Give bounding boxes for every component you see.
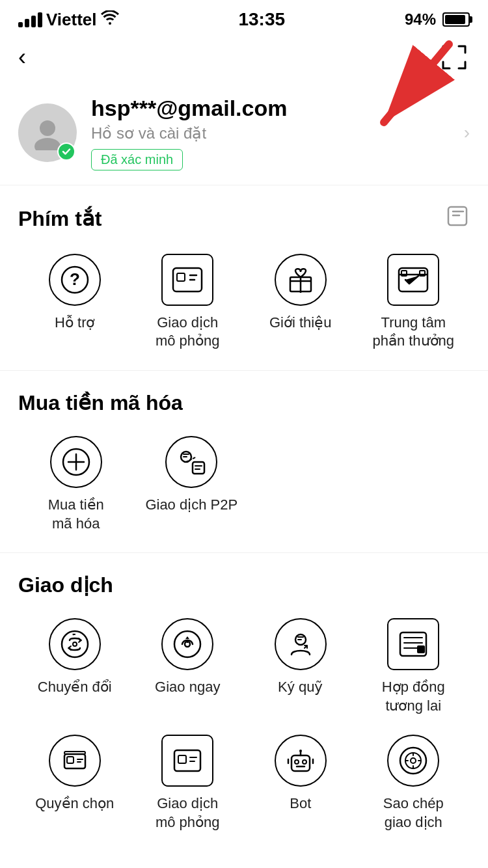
futures-label: Hợp đồngtương lai — [382, 678, 445, 715]
copytrade-label: Sao chépgiao dịch — [383, 794, 444, 832]
back-button[interactable]: ‹ — [18, 44, 26, 71]
simulation-icon — [161, 254, 213, 306]
gift-icon — [275, 254, 327, 306]
buy-crypto-title: Mua tiền mã hóa — [18, 390, 183, 415]
svg-text:?: ? — [70, 269, 80, 289]
svg-rect-21 — [417, 645, 425, 653]
svg-rect-14 — [193, 462, 204, 474]
trading-item-convert[interactable]: Chuyển đổi — [18, 612, 131, 728]
p2p-item[interactable]: Giao dịch P2P — [134, 429, 250, 546]
trading-item-margin[interactable]: Ký quỹ — [244, 612, 357, 728]
profile-chevron-icon: › — [464, 122, 470, 143]
buy-icon — [50, 436, 102, 488]
nav-bar: ‹ — [0, 35, 488, 83]
battery-icon — [442, 12, 470, 27]
avatar — [18, 103, 77, 162]
simulation2-icon — [161, 735, 213, 787]
support-label: Hỗ trợ — [55, 314, 94, 332]
convert-icon — [49, 618, 101, 670]
futures-icon — [387, 618, 439, 670]
trading-title: Giao dịch — [18, 573, 113, 597]
trading-item-simulation2[interactable]: Giao dịchmô phỏng — [131, 728, 245, 845]
buy-crypto-label: Mua tiềnmã hóa — [48, 496, 104, 533]
margin-label: Ký quỹ — [278, 678, 323, 697]
options-label: Quyền chọn — [35, 794, 114, 813]
wifi-icon — [101, 10, 119, 29]
verified-icon — [57, 142, 75, 161]
referral-label: Giới thiệu — [269, 314, 331, 332]
rewards-icon — [387, 254, 439, 306]
trading-row1: Chuyển đổi Giao ngay — [18, 612, 470, 728]
profile-info: hsp***@gmail.com Hồ sơ và cài đặt Đã xác… — [91, 95, 464, 170]
bot-icon — [275, 735, 327, 787]
svg-point-31 — [400, 748, 426, 774]
shortcut-item-referral[interactable]: Giới thiệu — [244, 247, 357, 364]
status-bar: Viettel 13:35 94% — [0, 0, 488, 35]
svg-rect-24 — [64, 752, 85, 754]
trading-section: Giao dịch Chuyển đổi — [0, 553, 488, 851]
svg-rect-27 — [291, 755, 310, 771]
status-time: 13:35 — [238, 9, 285, 30]
svg-point-30 — [299, 750, 302, 752]
shortcuts-grid: ? Hỗ trợ Giao dịchmô phỏng — [18, 247, 470, 364]
battery-percent: 94% — [405, 10, 436, 29]
trading-item-futures[interactable]: Hợp đồngtương lai — [357, 612, 470, 728]
svg-point-17 — [174, 631, 200, 657]
simulation-label: Giao dịchmô phỏng — [156, 314, 220, 351]
verified-badge: Đã xác minh — [91, 149, 183, 170]
convert-label: Chuyển đổi — [38, 678, 112, 697]
bot-label: Bot — [290, 794, 311, 813]
shortcut-item-rewards[interactable]: Trung tâmphần thưởng — [357, 247, 470, 364]
spot-icon — [161, 618, 213, 670]
trading-item-spot[interactable]: Giao ngay — [131, 612, 245, 728]
signal-bars-icon — [18, 12, 42, 27]
simulation2-label: Giao dịchmô phỏng — [156, 794, 220, 832]
svg-point-0 — [40, 120, 55, 136]
profile-subtitle: Hồ sơ và cài đặt — [91, 124, 464, 142]
svg-point-1 — [34, 138, 61, 150]
trading-item-options[interactable]: Quyền chọn — [18, 728, 131, 845]
shortcuts-edit-icon[interactable] — [446, 205, 470, 233]
buy-crypto-grid: Mua tiềnmã hóa Giao dịch P2P — [18, 429, 470, 546]
svg-rect-23 — [67, 757, 74, 763]
trading-item-bot[interactable]: Bot — [244, 728, 357, 845]
scan-button[interactable] — [439, 42, 470, 73]
profile-section[interactable]: hsp***@gmail.com Hồ sơ và cài đặt Đã xác… — [0, 83, 488, 185]
status-left: Viettel — [18, 10, 119, 30]
buy-crypto-item[interactable]: Mua tiềnmã hóa — [18, 429, 134, 546]
shortcuts-section: Phím tắt ? Hỗ trợ — [0, 185, 488, 370]
scan-icon — [441, 44, 468, 71]
profile-email: hsp***@gmail.com — [91, 95, 464, 122]
buy-crypto-section: Mua tiền mã hóa Mua tiềnmã hóa — [0, 371, 488, 552]
buy-crypto-header: Mua tiền mã hóa — [18, 390, 470, 415]
svg-point-16 — [73, 642, 77, 646]
spot-label: Giao ngay — [155, 678, 220, 697]
p2p-label: Giao dịch P2P — [145, 496, 237, 515]
svg-point-33 — [411, 758, 416, 763]
rewards-label: Trung tâmphần thưởng — [372, 314, 454, 351]
status-right: 94% — [405, 10, 470, 29]
svg-point-28 — [295, 760, 299, 764]
svg-rect-7 — [177, 273, 185, 281]
p2p-icon — [165, 436, 217, 488]
carrier-label: Viettel — [46, 10, 97, 30]
options-icon — [49, 735, 101, 787]
shortcuts-header: Phím tắt — [18, 205, 470, 233]
trading-header: Giao dịch — [18, 573, 470, 597]
trading-item-copytrade[interactable]: Sao chépgiao dịch — [357, 728, 470, 845]
shortcuts-title: Phím tắt — [18, 206, 102, 231]
svg-point-29 — [303, 760, 306, 764]
support-icon: ? — [49, 254, 101, 306]
margin-icon — [275, 618, 327, 670]
copytrade-icon — [387, 735, 439, 787]
trading-row2: Quyền chọn Giao dịchmô phỏng — [18, 728, 470, 845]
shortcut-item-simulation[interactable]: Giao dịchmô phỏng — [131, 247, 245, 364]
svg-rect-26 — [178, 755, 186, 763]
shortcut-item-support[interactable]: ? Hỗ trợ — [18, 247, 131, 364]
